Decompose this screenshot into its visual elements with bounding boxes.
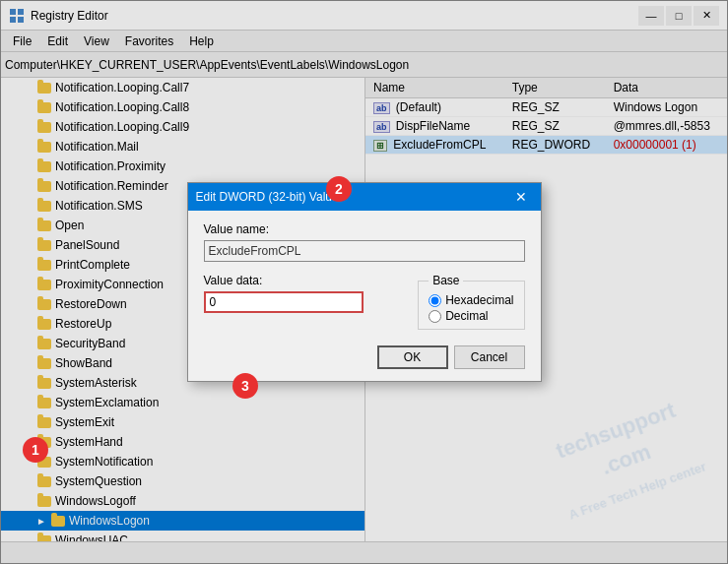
hexadecimal-label[interactable]: Hexadecimal — [445, 293, 513, 307]
main-content: Notification.Looping.Call7 Notification.… — [1, 78, 727, 541]
dialog-close-button[interactable]: ✕ — [509, 187, 533, 207]
base-legend: Base — [429, 274, 463, 287]
value-data-label: Value data: — [204, 274, 407, 287]
decimal-radio-row: Decimal — [429, 309, 513, 323]
modal-overlay: Edit DWORD (32-bit) Value ✕ Value name: … — [1, 78, 727, 541]
dialog-title: Edit DWORD (32-bit) Value — [196, 190, 509, 204]
hexadecimal-radio-row: Hexadecimal — [429, 293, 513, 307]
edit-dword-dialog: Edit DWORD (32-bit) Value ✕ Value name: … — [187, 182, 542, 382]
data-row: Value data: Base Hexadecimal Decim — [204, 274, 525, 330]
value-name-input[interactable] — [204, 240, 525, 262]
base-fieldset: Base Hexadecimal Decimal — [418, 274, 524, 330]
value-name-label: Value name: — [204, 222, 525, 236]
decimal-radio[interactable] — [429, 310, 441, 323]
value-data-input[interactable] — [204, 291, 364, 313]
registry-editor-window: Registry Editor — □ ✕ File Edit View Fav… — [0, 0, 728, 564]
value-data-section: Value data: — [204, 274, 407, 313]
dialog-title-bar: Edit DWORD (32-bit) Value ✕ — [188, 183, 541, 211]
ok-button[interactable]: OK — [377, 345, 448, 369]
dialog-buttons: OK Cancel — [204, 342, 525, 369]
hexadecimal-radio[interactable] — [429, 294, 441, 307]
decimal-label[interactable]: Decimal — [445, 309, 488, 323]
cancel-button[interactable]: Cancel — [454, 345, 525, 369]
dialog-body: Value name: Value data: Base Hexadecimal — [188, 211, 541, 381]
